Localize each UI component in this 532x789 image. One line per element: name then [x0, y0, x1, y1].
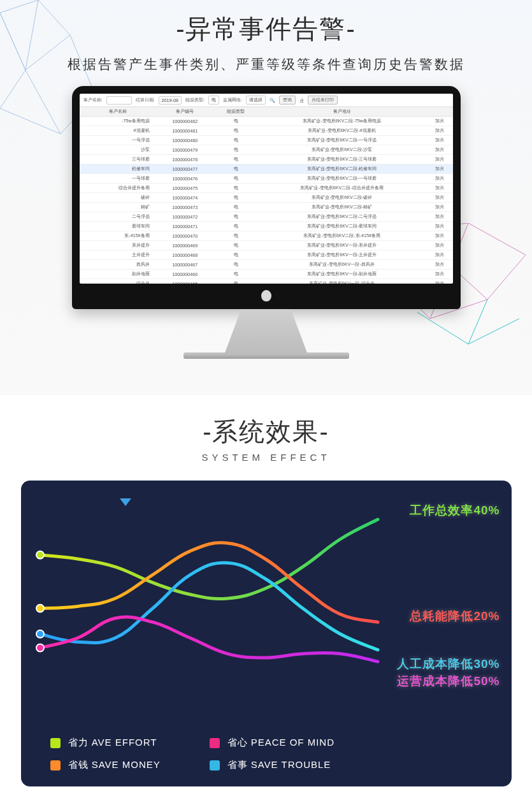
cell-code: 1000000468	[156, 250, 214, 260]
cell-addr: 东高矿业-变电所6KV二段-综合井提升备用	[258, 184, 426, 193]
cell-op: 加月	[426, 270, 453, 279]
cell-name: 一号浮选	[80, 136, 156, 145]
table-row[interactable]: 主井提升1000000468电东高矿业-变电所6KV一段-主井提升加月	[80, 250, 453, 260]
cell-addr: 东高矿业-变电所6KV一段-综合井	[258, 279, 426, 284]
filter-org-select[interactable]: 请选择	[246, 96, 266, 105]
table-row[interactable]: 二号浮选1000000472电东高矿业-变电所6KV二段-二号浮选加月	[80, 212, 453, 222]
cell-name: 综合井提升备用	[80, 184, 156, 193]
cell-name: 主井提升	[80, 250, 156, 260]
cell-op: 加月	[426, 155, 453, 164]
alarm-app-screen: 客户名称: 结算日期: 2019-08 能源类型: 电 直属网络: 请选择 🔍 …	[80, 94, 453, 284]
cell-op: 加月	[426, 164, 453, 174]
series-start-dot	[36, 630, 44, 638]
alarm-subtitle: 根据告警产生事件类别、严重等级等条件查询历史告警数据	[0, 55, 532, 73]
table-row[interactable]: -75w备用电源1000000482电东高矿业-变电所6KV二段-75w备用电源…	[80, 117, 453, 126]
effect-title: -系统效果-	[0, 414, 532, 449]
cell-op: 加月	[426, 193, 453, 203]
legend-swatch	[210, 760, 220, 771]
cell-type: 电	[214, 222, 258, 231]
cell-type: 电	[214, 136, 258, 145]
table-row[interactable]: #混凝机1000000481电东高矿业-变电所6KV二段-#混凝机加月	[80, 126, 453, 136]
table-row[interactable]: 综合井1000000465电东高矿业-变电所6KV一段-综合井加月	[80, 279, 453, 284]
cell-code: 1000000465	[156, 279, 214, 284]
column-header[interactable]: 客户编号	[156, 107, 214, 117]
print-button[interactable]: 月结单打印	[308, 96, 338, 105]
filter-name-input[interactable]	[106, 96, 132, 105]
table-row[interactable]: 三号球磨1000000478电东高矿业-变电所6KV二段-三号球磨加月	[80, 155, 453, 164]
table-row[interactable]: 一号球磨1000000476电东高矿业-变电所6KV二段-一号球磨加月	[80, 174, 453, 184]
cell-code: 1000000471	[156, 222, 214, 231]
table-row[interactable]: 综合井提升备用1000000475电东高矿业-变电所6KV二段-综合井提升备用加…	[80, 184, 453, 193]
cell-addr: 东高矿业-变电所6KV二段-破碎	[258, 193, 426, 203]
series-start-dot	[36, 551, 44, 559]
filter-name-label: 客户名称:	[83, 97, 103, 103]
cell-op: 加月	[426, 250, 453, 260]
filter-type-label: 能源类型:	[185, 97, 205, 103]
cell-name: 副井地面	[80, 270, 156, 279]
legend-label: 省事 SAVE TROUBLE	[227, 759, 331, 771]
cell-code: 1000000467	[156, 260, 214, 270]
effect-section: -系统效果- SYSTEM EFFECT 工作总效率40% 总耗能降低20% 人…	[0, 395, 532, 786]
cell-type: 电	[214, 155, 258, 164]
cell-name: 西风井	[80, 260, 156, 270]
series-line	[40, 519, 378, 599]
cell-op: 加月	[426, 117, 453, 126]
cell-name: 沙泵	[80, 145, 156, 155]
cell-type: 电	[214, 212, 258, 222]
cell-name: 破碎	[80, 193, 156, 203]
filter-date-input[interactable]: 2019-08	[159, 96, 182, 105]
table-row[interactable]: 西风井1000000467电东高矿业-变电所6KV一段-西风井加月	[80, 260, 453, 270]
cell-code: 1000000469	[156, 241, 214, 250]
table-row[interactable]: 东-415#备用1000000470电东高矿业-变电所6KV二段-东-415#备…	[80, 231, 453, 241]
cell-addr: 东高矿业-变电所6KV二段-一号浮选	[258, 136, 426, 145]
cell-addr: 东高矿业-变电所6KV二段-磨球车间	[258, 222, 426, 231]
filter-type-select[interactable]: 电	[208, 96, 219, 105]
cell-op: 加月	[426, 241, 453, 250]
table-row[interactable]: 磨球车间1000000471电东高矿业-变电所6KV二段-磨球车间加月	[80, 222, 453, 231]
chart-lines	[34, 493, 391, 704]
table-row[interactable]: 破碎1000000474电东高矿业-变电所6KV二段-破碎加月	[80, 193, 453, 203]
legend-label: 省心 PEACE OF MIND	[227, 737, 335, 749]
cell-name: 磨球车间	[80, 222, 156, 231]
cell-op: 加月	[426, 212, 453, 222]
cell-name: 东井提升	[80, 241, 156, 250]
cell-op: 加月	[426, 203, 453, 212]
table-row[interactable]: 副井地面1000000466电东高矿业-变电所6KV一段-副井地面加月	[80, 270, 453, 279]
legend-item: 省力 AVE EFFORT	[50, 737, 197, 749]
legend-label: 省力 AVE EFFORT	[68, 737, 157, 749]
cell-name: 机修车间	[80, 164, 156, 174]
search-button[interactable]: 查询	[279, 96, 296, 105]
cell-name: 二号浮选	[80, 212, 156, 222]
legend-item: 省事 SAVE TROUBLE	[210, 759, 375, 771]
cell-code: 1000000470	[156, 231, 214, 241]
alarm-toolbar: 客户名称: 结算日期: 2019-08 能源类型: 电 直属网络: 请选择 🔍 …	[80, 94, 453, 107]
cell-addr: 东高矿业-变电所6KV二段-东-415#备用	[258, 231, 426, 241]
cell-type: 电	[214, 117, 258, 126]
effect-chart: 工作总效率40% 总耗能降低20% 人工成本降低30% 运营成本降低50% 省力…	[21, 481, 512, 786]
cell-code: 1000000475	[156, 184, 214, 193]
cell-op: 加月	[426, 279, 453, 284]
cell-name: 东-415#备用	[80, 231, 156, 241]
table-row[interactable]: 东井提升1000000469电东高矿业-变电所6KV一段-东井提升加月	[80, 241, 453, 250]
column-header[interactable]: 客户地址	[258, 107, 426, 117]
cell-addr: 东高矿业-变电所6KV二段-#混凝机	[258, 126, 426, 136]
effect-subtitle: SYSTEM EFFECT	[0, 452, 532, 463]
table-row[interactable]: 一号浮选1000000480电东高矿业-变电所6KV二段-一号浮选加月	[80, 136, 453, 145]
column-header[interactable]	[426, 107, 453, 117]
cell-addr: 东高矿业-变电所6KV一段-主井提升	[258, 250, 426, 260]
cell-name: 综合井	[80, 279, 156, 284]
label-efficiency: 工作总效率40%	[410, 502, 500, 519]
cell-code: 1000000479	[156, 145, 214, 155]
cell-type: 电	[214, 193, 258, 203]
table-row[interactable]: 沙泵1000000479电东高矿业-变电所6KV二段-沙泵加月	[80, 145, 453, 155]
column-header[interactable]: 客户名称	[80, 107, 156, 117]
column-header[interactable]: 能源类型	[214, 107, 258, 117]
cell-name: 精矿	[80, 203, 156, 212]
cell-op: 加月	[426, 184, 453, 193]
legend-swatch	[50, 738, 61, 748]
table-row[interactable]: 机修车间1000000477电东高矿业-变电所6KV二段-机修车间加月	[80, 164, 453, 174]
cell-op: 加月	[426, 145, 453, 155]
cell-type: 电	[214, 164, 258, 174]
table-row[interactable]: 精矿1000000473电东高矿业-变电所6KV二段-精矿加月	[80, 203, 453, 212]
cell-type: 电	[214, 270, 258, 279]
